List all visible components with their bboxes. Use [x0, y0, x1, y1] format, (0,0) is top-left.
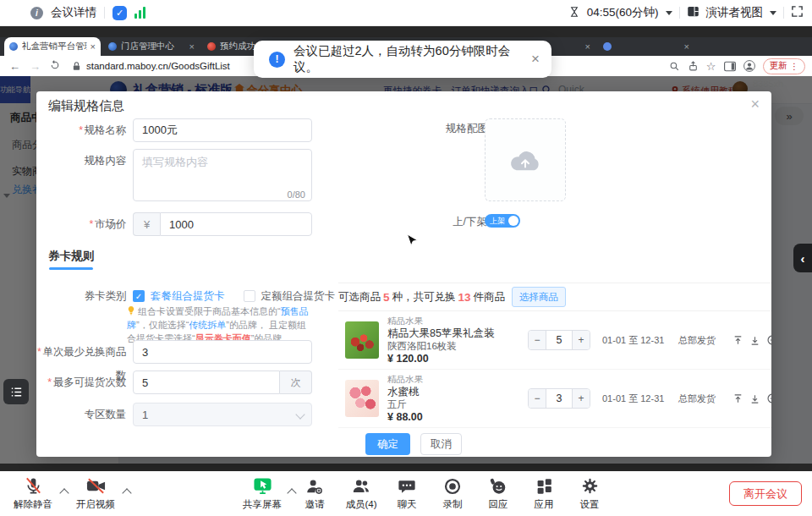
- leave-meeting-button[interactable]: 离开会议: [729, 481, 802, 506]
- remove-icon[interactable]: [766, 334, 771, 346]
- meeting-timer[interactable]: 04:55(60分钟): [587, 5, 659, 20]
- side-panel-icon[interactable]: [724, 61, 736, 72]
- security-shield-icon[interactable]: ✓: [112, 6, 127, 20]
- settings-button[interactable]: 设置: [567, 475, 612, 511]
- invite-person-icon: [305, 475, 324, 497]
- shelf-status-label: 上/下架: [453, 215, 487, 229]
- apps-grid-icon: [535, 475, 553, 497]
- mic-options-chevron-icon[interactable]: [59, 488, 69, 497]
- tab-title: 门店管理中心: [121, 41, 186, 52]
- quantity-input[interactable]: [546, 331, 572, 349]
- profile-avatar-icon[interactable]: [743, 60, 755, 72]
- record-label: 录制: [443, 498, 463, 511]
- url-text: standard.maboy.cn/GoodsGiftList: [86, 61, 230, 71]
- tab-close-icon[interactable]: ×: [186, 41, 195, 52]
- browser-tab-store-admin[interactable]: 门店管理中心 ×: [103, 37, 200, 56]
- divider: [679, 7, 680, 19]
- more-icon: ⋮: [790, 61, 799, 71]
- spec-content-textarea[interactable]: [133, 149, 312, 201]
- product-category: 精品水果: [387, 373, 519, 386]
- divider: [104, 7, 105, 19]
- select-products-button[interactable]: 选择商品: [512, 287, 566, 307]
- meeting-info-icon[interactable]: i: [30, 7, 43, 19]
- timer-caret-icon[interactable]: [666, 11, 672, 15]
- product-image-peach: [345, 380, 379, 417]
- tab-favicon: [207, 42, 216, 51]
- tab-close-icon[interactable]: ×: [582, 41, 590, 52]
- mouse-cursor: [406, 233, 418, 252]
- chrome-update-button[interactable]: 更新⋮: [763, 58, 806, 74]
- increment-button[interactable]: +: [572, 331, 590, 349]
- modal-close-icon[interactable]: ×: [750, 96, 760, 112]
- view-mode-caret-icon[interactable]: [770, 11, 776, 15]
- browser-tab[interactable]: ×: [598, 37, 694, 56]
- move-to-bottom-icon[interactable]: [749, 393, 760, 404]
- reactions-button[interactable]: 回应: [475, 475, 521, 511]
- view-mode-label[interactable]: 演讲者视图: [706, 5, 764, 20]
- decrement-button[interactable]: −: [529, 389, 546, 408]
- bookmark-star-icon[interactable]: ☆: [706, 61, 716, 72]
- record-icon: [443, 475, 462, 497]
- forward-icon[interactable]: →: [30, 60, 41, 73]
- hourglass-icon: [568, 6, 580, 20]
- apps-button[interactable]: 应用: [521, 475, 567, 511]
- record-button[interactable]: 录制: [430, 475, 475, 511]
- members-button[interactable]: 成员(4): [338, 475, 384, 511]
- tab-favicon: [9, 42, 18, 51]
- invite-button[interactable]: 邀请: [292, 475, 337, 511]
- browser-tab-gift-admin[interactable]: 礼盒营销平台管理中心 ×: [4, 37, 101, 56]
- members-label: 成员(4): [345, 498, 376, 511]
- fullscreen-icon[interactable]: [791, 5, 804, 20]
- move-to-bottom-icon[interactable]: [749, 335, 760, 346]
- unmute-button[interactable]: 解除静音: [7, 475, 59, 511]
- zone-count-label: 专区数量: [36, 403, 126, 426]
- chat-bubble-icon: [398, 475, 416, 497]
- valid-date-range: 01-01 至 12-31: [602, 392, 677, 405]
- image-upload-dropzone[interactable]: [485, 118, 566, 201]
- zoom-icon[interactable]: [669, 61, 680, 72]
- start-video-button[interactable]: 开启视频: [69, 475, 122, 511]
- ship-source: 总部发货: [678, 392, 722, 405]
- move-to-top-icon[interactable]: [732, 393, 743, 404]
- chat-button[interactable]: 聊天: [384, 475, 430, 511]
- screen: i 会议详情 ✓ 04:55(60分钟) 演讲者视图 礼盒营销平台管理中心 ×: [0, 0, 812, 516]
- spec-name-input[interactable]: [133, 118, 312, 142]
- checkbox-fixed-card-unchecked[interactable]: [244, 290, 255, 302]
- product-row: 精品水果 水蜜桃 五斤 ¥ 88.00 − + 01-01 至 12-31 总部…: [338, 370, 771, 428]
- move-to-top-icon[interactable]: [732, 335, 743, 346]
- toast-close-icon[interactable]: ×: [531, 51, 540, 68]
- product-row: 精品水果 精品大果85苹果礼盒装 陕西洛阳16枚装 ¥ 120.00 − + 0…: [338, 311, 771, 370]
- confirm-button[interactable]: 确定: [365, 433, 410, 455]
- tab-close-icon[interactable]: ×: [87, 41, 96, 52]
- share-icon[interactable]: [688, 61, 699, 72]
- card-type-tip: 组合卡设置受限于商品基本信息的“预售品牌”，仅能选择“传统拆单”的品牌， 且定额…: [127, 305, 315, 345]
- product-name: 水蜜桃: [387, 386, 519, 398]
- market-price-input[interactable]: [160, 212, 312, 236]
- shelf-toggle[interactable]: 上架: [485, 214, 520, 228]
- gear-icon: [581, 475, 599, 497]
- sidebar-collapse-handle[interactable]: ‹: [793, 244, 812, 272]
- share-screen-button[interactable]: 共享屏幕: [238, 475, 287, 511]
- selectable-count: 5: [383, 291, 390, 304]
- remove-icon[interactable]: [766, 392, 771, 404]
- min-exchange-input[interactable]: [133, 340, 312, 364]
- refresh-icon[interactable]: [50, 60, 60, 73]
- zone-count-select[interactable]: 1: [133, 403, 312, 426]
- chat-label: 聊天: [398, 498, 417, 511]
- increment-button[interactable]: +: [572, 389, 590, 408]
- meeting-list-float-button[interactable]: [3, 379, 29, 404]
- decrement-button[interactable]: −: [529, 331, 546, 349]
- checkbox-combo-card-checked[interactable]: ✓: [133, 290, 145, 302]
- tab-close-icon[interactable]: ×: [681, 41, 689, 52]
- settings-label: 设置: [580, 498, 600, 511]
- network-signal-icon[interactable]: [134, 7, 145, 19]
- back-icon[interactable]: ←: [9, 60, 20, 73]
- cancel-button[interactable]: 取消: [420, 433, 462, 455]
- video-options-chevron-icon[interactable]: [122, 488, 131, 497]
- url-field[interactable]: standard.maboy.cn/GoodsGiftList: [72, 61, 230, 72]
- quantity-input[interactable]: [546, 389, 572, 408]
- max-pickup-input[interactable]: [133, 371, 280, 394]
- product-name: 精品大果85苹果礼盒装: [387, 327, 519, 340]
- meeting-detail-label[interactable]: 会议详情: [51, 5, 96, 20]
- product-subtitle: 陕西洛阳16枚装: [387, 340, 519, 353]
